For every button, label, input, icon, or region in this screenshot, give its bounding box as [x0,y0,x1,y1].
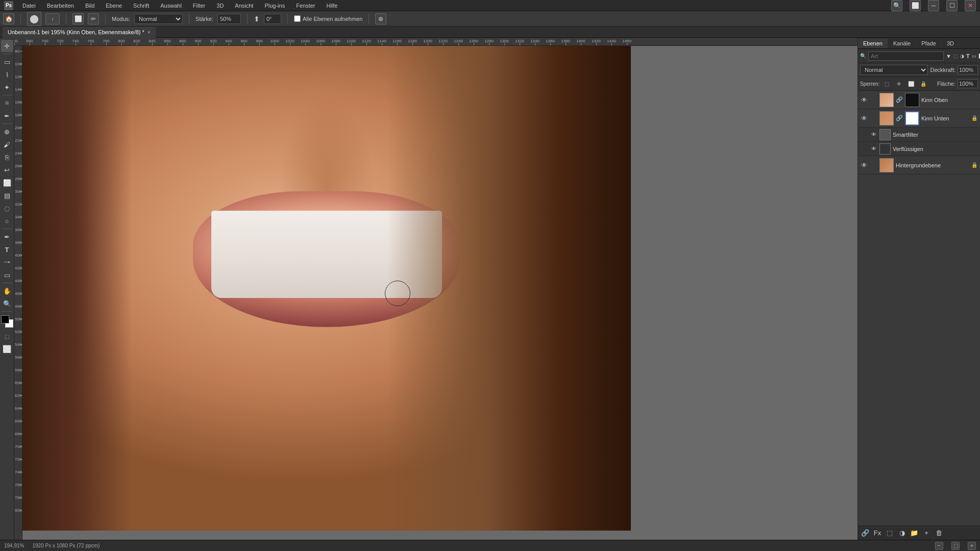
workspace-btn[interactable]: ⬜ [910,0,921,11]
add-adjustment-btn[interactable]: ◑ [897,528,907,538]
tool-sep-1 [2,54,12,54]
color-swatches[interactable] [1,315,13,328]
screen-mode-btn[interactable]: ⬜ [1,343,13,355]
text-tool[interactable]: T [1,243,13,256]
ruler-top-number: 1260 [469,39,478,43]
lock-kinn-unten: 🔒 [971,115,978,122]
menu-bearbeiten[interactable]: Bearbeiten [45,2,76,10]
ruler-left-number: 680 [15,432,21,436]
menu-datei[interactable]: Datei [20,2,38,10]
layer-kinn-unten[interactable]: 👁 🔗 Kinn Unten 🔒 [858,109,980,128]
erase-mode-btn[interactable]: ✏ [88,13,99,24]
visibility-kinn-unten[interactable]: 👁 [860,114,868,122]
menu-bild[interactable]: Bild [83,2,96,10]
eyedropper-tool[interactable]: ✒ [1,110,13,122]
close-btn[interactable]: ✕ [965,0,976,11]
brush-tool[interactable]: 🖌 [1,138,13,151]
add-link-btn[interactable]: 🔗 [860,528,870,538]
document-tab[interactable]: Unbenannt-1 bei 195% (Kinn Oben, Ebenenm… [2,27,156,38]
strength-input[interactable] [217,14,241,24]
menu-filter[interactable]: Filter [191,2,207,10]
move-tool[interactable]: ✛ [1,40,13,52]
shape-filter-btn[interactable]: ▭ [972,51,976,61]
smart-filter-btn[interactable]: ⬜ [978,51,980,61]
home-btn[interactable]: 🏠 [3,13,14,24]
adj-filter-btn[interactable]: ◑ [960,51,964,61]
menu-auswahl[interactable]: Auswahl [158,2,184,10]
add-style-btn[interactable]: Fx [872,528,883,538]
zoom-tool[interactable]: 🔍 [1,297,13,310]
visibility-kinn-oben[interactable]: 👁 [860,96,868,104]
stamp-tool[interactable]: ⎘ [1,151,13,163]
opacity-input[interactable] [958,65,978,74]
layers-search-input[interactable] [868,52,944,61]
menu-hilfe[interactable]: Hilfe [324,2,339,10]
pen-tool[interactable]: ✒ [1,231,13,243]
minimize-btn[interactable]: ─ [928,0,939,11]
zoom-in-btn[interactable]: + [968,542,976,550]
ruler-top-number: 1040 [301,39,310,43]
sep2 [66,14,66,24]
layer-verflussigen[interactable]: 👁 Verflüssigen [858,142,980,156]
quick-mask-btn[interactable]: ⬚ [1,330,13,342]
delete-layer-btn[interactable]: 🗑 [934,528,944,538]
hand-tool[interactable]: ✋ [1,285,13,297]
menu-fenster[interactable]: Fenster [294,2,317,10]
pressure-btn[interactable]: ⊕ [375,13,386,24]
type-filter-btn[interactable]: T [966,51,970,61]
tab-kanaele[interactable]: Kanäle [888,39,916,48]
magic-wand-tool[interactable]: ✦ [1,81,13,93]
shape-tool[interactable]: ▭ [1,269,13,281]
healing-tool[interactable]: ⊕ [1,126,13,138]
search-btn[interactable]: 🔍 [891,0,902,11]
lock-position-btn[interactable]: ✛ [894,79,904,89]
menu-ansicht[interactable]: Ansicht [233,2,255,10]
ruler-top-number: 800 [118,39,125,43]
gradient-tool[interactable]: ▤ [1,189,13,202]
visibility-verflussigen[interactable]: 👁 [870,145,877,153]
lasso-tool[interactable]: ⌇ [1,68,13,81]
fill-input[interactable] [958,79,978,88]
menu-schrift[interactable]: Schrift [131,2,151,10]
tab-close-btn[interactable]: × [148,30,151,35]
mode-select[interactable]: Normal Multiplizieren Abdunkeln [134,14,183,24]
layer-hintergrundebene[interactable]: 👁 Hintergrundebene 🔒 [858,156,980,174]
menu-plugins[interactable]: Plug-ins [262,2,287,10]
blend-mode-select[interactable]: Normal [860,65,928,75]
dodge-tool[interactable]: ○ [1,215,13,227]
layers-filter-btn[interactable]: ▼ [946,51,951,61]
lock-all-btn[interactable]: 🔒 [918,79,928,89]
tab-ebenen[interactable]: Ebenen [858,39,888,48]
zoom-out-btn[interactable]: − [935,542,943,550]
foreground-color[interactable] [1,315,9,323]
add-layer-btn[interactable]: + [921,528,932,538]
add-group-btn[interactable]: 📁 [909,528,919,538]
pixel-filter-btn[interactable]: ⬚ [953,51,958,61]
tab-pfade[interactable]: Pfade [916,39,942,48]
menu-ebene[interactable]: Ebene [104,2,124,10]
history-brush-tool[interactable]: ↩ [1,164,13,176]
zoom-fit-btn[interactable]: ⬚ [951,542,960,550]
crop-tool[interactable]: ⌗ [1,97,13,109]
add-mask-btn[interactable]: ⬚ [885,528,895,538]
eraser-tool[interactable]: ⬜ [1,177,13,189]
path-select-tool[interactable]: ⭢ [1,256,13,268]
blur-tool[interactable]: ◌ [1,202,13,214]
marquee-tool[interactable]: ▭ [1,56,13,68]
visibility-hintergrundebene[interactable]: 👁 [860,161,868,169]
layer-smartfilter[interactable]: 👁 Smartfilter [858,128,980,142]
brush-size-input[interactable]: ↕ [45,13,60,24]
lock-pixels-btn[interactable]: ⬚ [881,79,892,89]
tab-3d[interactable]: 3D [942,39,960,48]
ruler-top-number: 1160 [393,39,402,43]
brush-preset-icon[interactable]: ⬤ [27,12,41,26]
maximize-btn[interactable]: ☐ [946,0,958,11]
lock-artboard-btn[interactable]: ⬜ [906,79,916,89]
canvas-container[interactable] [22,46,857,532]
layer-kinn-oben[interactable]: 👁 🔗 Kinn Oben [858,91,980,109]
angle-input[interactable] [264,14,281,24]
visibility-smartfilter[interactable]: 👁 [870,131,877,139]
menu-3d[interactable]: 3D [214,2,226,10]
all-layers-checkbox[interactable] [294,15,301,22]
brush-mode-switch[interactable]: ⬜ [72,13,84,24]
